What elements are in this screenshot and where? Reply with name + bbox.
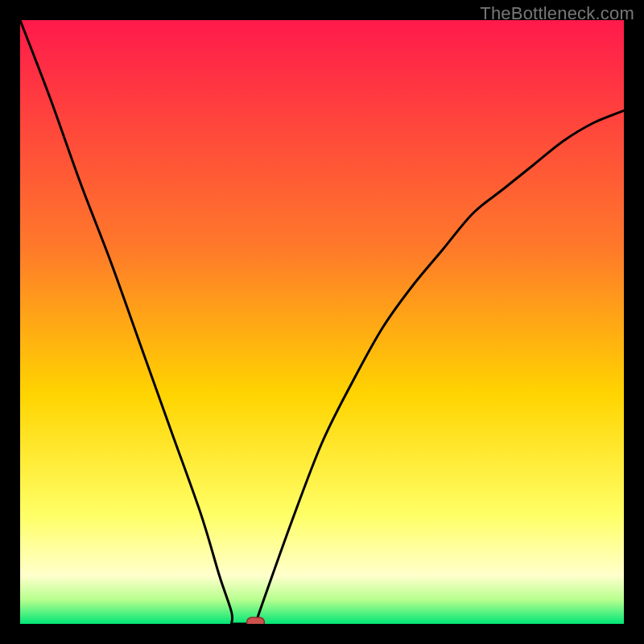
gradient-background — [20, 20, 624, 624]
chart-svg — [20, 20, 624, 624]
chart-frame: TheBottleneck.com — [0, 0, 644, 644]
plot-area — [20, 20, 624, 624]
optimum-marker — [247, 617, 265, 624]
watermark-text: TheBottleneck.com — [480, 3, 634, 24]
